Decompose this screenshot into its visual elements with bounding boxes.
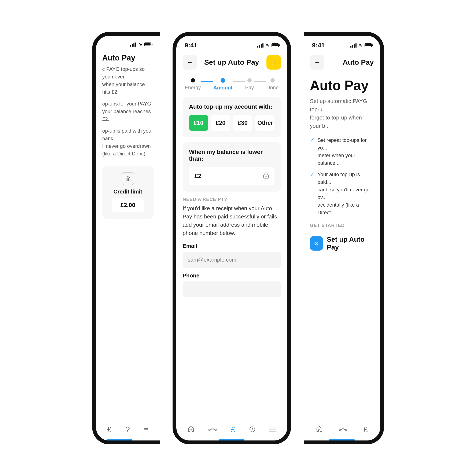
right-nav-nodes[interactable] — [339, 425, 347, 434]
checkmark-icon-1: ✓ — [310, 137, 315, 143]
svg-point-3 — [212, 427, 213, 429]
credit-amount-value: £2.00 — [112, 198, 144, 212]
left-nav-menu[interactable]: ≡ — [144, 425, 149, 434]
receipt-section-label: NEED A RECEIPT? — [183, 197, 281, 202]
right-wifi-icon: ∿ — [359, 43, 362, 48]
center-battery-icon — [272, 43, 279, 47]
right-bottom-nav: £ — [304, 421, 380, 441]
center-nav-header: ← Set up Auto Pay ⚡ — [176, 51, 287, 74]
center-nav-home[interactable] — [187, 425, 194, 434]
left-desc3: op-up is paid with your bankll never go … — [102, 127, 153, 157]
wifi-icon: ∿ — [138, 42, 142, 47]
amount-20-button[interactable]: £20 — [211, 115, 230, 131]
amount-10-button[interactable]: £10 — [189, 115, 208, 131]
right-back-button[interactable]: ← — [310, 55, 324, 69]
step-line-3 — [254, 81, 267, 82]
get-started-label: GET STARTED — [310, 223, 374, 228]
receipt-text: If you'd like a receipt when your Auto P… — [183, 204, 281, 237]
topup-card: Auto top-up my account with: £10 £20 £30… — [183, 97, 281, 137]
right-battery-icon — [365, 43, 372, 47]
receipt-section: NEED A RECEIPT? If you'd like a receipt … — [183, 197, 281, 302]
left-status-bar: ∿ — [96, 36, 160, 49]
svg-line-6 — [213, 429, 215, 430]
center-nav-help[interactable]: ? — [249, 425, 255, 434]
step-pay-dot — [247, 78, 252, 83]
right-content-area: Auto Pay Set up automatic PAYG top-u...f… — [304, 74, 380, 421]
step-done-dot — [271, 78, 275, 83]
right-nav-title: Auto Pay — [342, 58, 374, 67]
step-amount-label: Amount — [213, 85, 233, 91]
svg-point-14 — [345, 429, 347, 430]
step-pay: Pay — [245, 78, 254, 90]
svg-point-4 — [215, 429, 217, 430]
checkmark-icon-2: ✓ — [310, 171, 315, 178]
center-content-area: Auto top-up my account with: £10 £20 £30… — [176, 93, 287, 421]
left-nav-indicator — [107, 439, 132, 441]
balance-card: When my balance is lower than: £2 — [183, 142, 281, 192]
left-page-title: Auto Pay — [102, 53, 153, 62]
center-bottom-nav: £ ? — [176, 421, 287, 441]
lightning-button[interactable]: ⚡ — [266, 55, 281, 69]
autopay-hero-title: Auto Pay — [310, 78, 374, 93]
right-back-arrow-icon: ← — [314, 59, 320, 66]
center-status-icons: ∿ — [257, 43, 279, 48]
email-input[interactable] — [183, 252, 281, 268]
right-nav-header: ← Auto Pay — [304, 51, 380, 74]
check-item-2: ✓ Your auto top-up is paid...card, so yo… — [310, 171, 374, 216]
step-pay-label: Pay — [245, 85, 254, 90]
amount-options: £10 £20 £30 Other — [189, 115, 274, 131]
center-nav-menu[interactable] — [269, 425, 276, 434]
svg-line-15 — [340, 429, 342, 430]
center-nav-nodes[interactable] — [208, 425, 217, 434]
right-status-icons: ∿ — [350, 43, 372, 48]
amount-30-button[interactable]: £30 — [233, 115, 253, 131]
trash-icon[interactable]: 🗑 — [122, 172, 134, 185]
autopay-desc: Set up automatic PAYG top-u...forget to … — [310, 97, 374, 130]
signal-icon — [130, 42, 136, 47]
scene: ∿ Auto Pay c PAYG top-ups so you neverwh… — [0, 0, 476, 476]
back-button[interactable]: ← — [183, 55, 197, 69]
credit-limit-label: Credit limit — [114, 188, 142, 195]
right-status-bar: 9:41 ∿ — [304, 36, 380, 51]
email-label: Email — [183, 243, 281, 249]
step-line-1 — [201, 81, 214, 82]
center-nav-pound[interactable]: £ — [231, 425, 235, 434]
svg-point-2 — [209, 429, 210, 430]
left-nav-help[interactable]: ? — [126, 425, 130, 434]
svg-text:?: ? — [251, 427, 253, 431]
credit-limit-card: 🗑 Credit limit £2.00 — [102, 166, 153, 219]
svg-point-13 — [342, 427, 344, 429]
step-line-2 — [233, 81, 245, 82]
battery-icon — [144, 43, 152, 46]
center-phone: 9:41 ∿ ← Set up Auto Pay ⚡ — [172, 32, 291, 444]
left-content: Auto Pay c PAYG top-ups so you neverwhen… — [96, 49, 160, 421]
phone-label: Phone — [183, 272, 281, 279]
check-text-1: Set repeat top-ups for yo...meter when y… — [318, 136, 374, 167]
right-nav-pound[interactable]: £ — [363, 425, 368, 434]
setup-autopay-button[interactable]: ∞ Set up Auto Pay — [310, 236, 374, 251]
svg-point-1 — [265, 176, 266, 177]
balance-display: £2 — [189, 167, 274, 185]
left-nav-pound[interactable]: £ — [107, 425, 111, 434]
check-text-2: Your auto top-up is paid...card, so you'… — [318, 171, 374, 216]
amount-other-button[interactable]: Other — [255, 115, 274, 131]
lightning-icon: ⚡ — [270, 59, 277, 66]
step-amount: Amount — [213, 78, 233, 91]
left-desc2: op-ups for your PAYGyour balance reaches… — [102, 100, 153, 123]
center-nav-title: Set up Auto Pay — [204, 58, 259, 67]
right-nav-home[interactable] — [316, 425, 323, 434]
lock-icon — [263, 172, 269, 180]
topup-card-title: Auto top-up my account with: — [189, 103, 274, 110]
progress-steps: Energy Amount Pay Done — [176, 74, 287, 93]
center-signal-icon — [257, 43, 263, 48]
right-signal-icon — [350, 43, 357, 48]
phone-input[interactable] — [183, 281, 281, 297]
right-nav-indicator — [329, 439, 355, 441]
left-phone: ∿ Auto Pay c PAYG top-ups so you neverwh… — [92, 32, 160, 444]
svg-point-12 — [339, 429, 341, 430]
left-desc1: c PAYG top-ups so you neverwhen your bal… — [102, 65, 153, 96]
svg-line-5 — [210, 429, 212, 430]
right-time: 9:41 — [312, 42, 325, 49]
step-energy-label: Energy — [185, 85, 201, 90]
step-energy-dot — [191, 78, 195, 83]
